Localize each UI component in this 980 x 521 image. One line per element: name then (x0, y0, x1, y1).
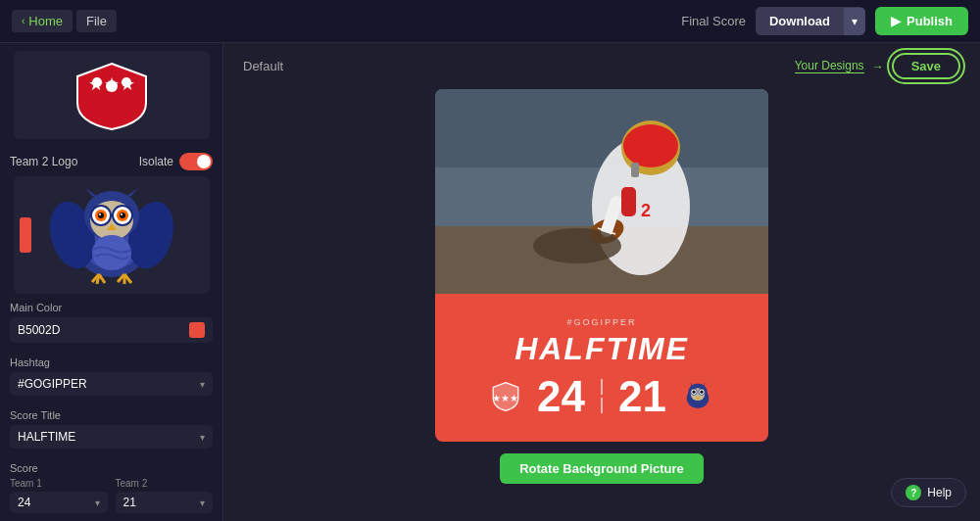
rotate-background-button[interactable]: Rotate Background Picture (500, 453, 704, 484)
team1-col-label: Team 1 (10, 478, 108, 489)
home-nav-button[interactable]: ‹ Home (12, 10, 73, 32)
svg-point-39 (533, 228, 621, 263)
team1-score-col: Team 1 24 ▾ (10, 478, 108, 513)
card-team1-score: 24 (537, 375, 585, 418)
svg-rect-34 (631, 163, 639, 177)
svg-text:★★★: ★★★ (88, 74, 135, 94)
team2-logo-section (0, 176, 222, 294)
default-label: Default (243, 59, 283, 73)
card-photo-section: 2 (435, 89, 768, 294)
download-main-button[interactable]: Download (756, 7, 844, 35)
svg-point-33 (623, 124, 678, 167)
card-scores-row: ★★★ 24 21 (443, 375, 760, 418)
team2-col-label: Team 2 (116, 478, 214, 489)
nav-left: ‹ Home File (12, 10, 117, 32)
card-team1-logo: ★★★ (490, 381, 521, 412)
main-color-value: B5002D (18, 323, 183, 337)
main-color-label: Main Color (0, 294, 222, 317)
publish-icon: ▶ (891, 14, 901, 28)
main-color-dot (189, 322, 205, 338)
team2-score-value: 21 (123, 496, 136, 509)
svg-point-18 (99, 213, 101, 215)
isolate-toggle-group: Isolate (139, 153, 213, 170)
publish-button[interactable]: ▶ Publish (875, 7, 968, 35)
team2-color-swatch (20, 217, 31, 253)
team2-logo-box[interactable] (14, 176, 210, 294)
score-title-select[interactable]: HALFTIME ▾ (10, 425, 213, 449)
card-photo-background: 2 (435, 89, 768, 294)
sidebar: ★★★ Team 2 Logo Isolate (0, 43, 223, 521)
card-photo-svg: 2 (435, 89, 768, 294)
hashtag-label: Hashtag (0, 349, 222, 372)
card-divider-line-top (601, 379, 603, 395)
save-btn-wrapper: Save (892, 53, 960, 79)
file-nav-button[interactable]: File (76, 10, 117, 32)
publish-label: Publish (906, 14, 953, 28)
team1-logo-section: ★★★ (0, 43, 222, 147)
team1-shield-logo: ★★★ (68, 59, 156, 132)
svg-rect-40 (621, 187, 636, 216)
svg-point-16 (98, 213, 104, 218)
team1-score-input[interactable]: 24 ▾ (10, 492, 108, 513)
hashtag-chevron-icon: ▾ (200, 379, 205, 390)
save-button[interactable]: Save (892, 53, 960, 79)
team2-score-input[interactable]: 21 ▾ (116, 492, 214, 513)
topbar: ‹ Home File Final Score Download ▾ ▶ Pub… (0, 0, 980, 43)
download-button-group: Download ▾ (756, 7, 865, 35)
svg-text:2: 2 (641, 201, 651, 220)
score-row: Team 1 24 ▾ Team 2 21 ▾ (10, 478, 213, 513)
team1-score-value: 24 (18, 496, 30, 509)
team2-score-col: Team 2 21 ▾ (116, 478, 214, 513)
card-score-section: #GOGIPPER HALFTIME ★★★ 24 21 (435, 294, 768, 442)
team1-score-chevron-icon: ▾ (95, 497, 100, 508)
content-area: Default Your Designs → Save (223, 43, 980, 521)
nav-right: Final Score Download ▾ ▶ Publish (681, 7, 968, 35)
your-designs-arrow-icon: → (872, 60, 884, 73)
card-team2-logo (682, 381, 713, 412)
team2-owl-logo (38, 186, 185, 284)
hashtag-select[interactable]: #GOGIPPER ▾ (10, 372, 213, 396)
svg-rect-29 (435, 89, 768, 167)
home-label: Home (28, 14, 63, 28)
card-divider-line-bottom (601, 398, 603, 413)
svg-point-47 (692, 390, 695, 393)
file-label: File (86, 14, 107, 28)
your-designs-link[interactable]: Your Designs (795, 59, 864, 73)
team2-score-chevron-icon: ▾ (200, 497, 205, 508)
card-team2-score: 21 (618, 375, 666, 418)
main-color-input[interactable]: B5002D (10, 317, 213, 343)
isolate-toggle[interactable] (179, 153, 213, 170)
download-arrow-button[interactable]: ▾ (844, 8, 865, 35)
help-label: Help (927, 486, 952, 499)
help-icon: ? (906, 485, 921, 500)
isolate-label: Isolate (139, 155, 173, 168)
score-section-header: Score (0, 454, 222, 478)
score-title-chevron-icon: ▾ (200, 432, 205, 443)
svg-text:★★★: ★★★ (493, 393, 519, 403)
team1-logo-box[interactable]: ★★★ (14, 51, 210, 139)
team2-logo-header: Team 2 Logo Isolate (0, 147, 222, 176)
team2-logo-label: Team 2 Logo (10, 155, 77, 168)
svg-point-17 (120, 213, 125, 218)
svg-point-48 (700, 390, 703, 393)
hashtag-value: #GOGIPPER (18, 377, 194, 391)
card-title: HALFTIME (514, 331, 689, 367)
svg-marker-10 (124, 188, 138, 198)
top-right-actions: Your Designs → Save (795, 53, 960, 79)
score-title-value: HALFTIME (18, 430, 194, 444)
preview-card: 2 #GOGIPPER HALFTIME (435, 89, 768, 442)
content-topbar: Default Your Designs → Save (243, 53, 960, 79)
card-hashtag: #GOGIPPER (566, 317, 636, 327)
card-divider (601, 379, 603, 413)
score-title-label: Score Title (0, 402, 222, 425)
final-score-label: Final Score (681, 14, 746, 28)
svg-point-19 (121, 213, 122, 215)
help-button[interactable]: ? Help (891, 478, 966, 507)
main-layout: ★★★ Team 2 Logo Isolate (0, 43, 980, 521)
